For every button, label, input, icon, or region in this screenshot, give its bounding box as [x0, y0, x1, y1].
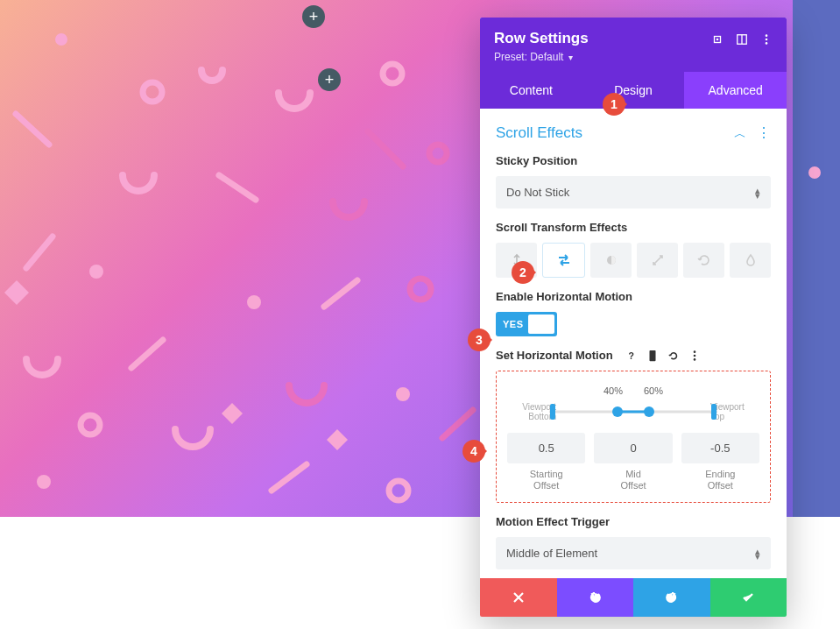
slider-end-cap[interactable]	[711, 404, 716, 420]
svg-line-16	[272, 464, 307, 491]
slider-start-cap[interactable]	[550, 404, 555, 420]
annotation-2: 2	[512, 261, 543, 284]
caret-down-icon: ▾	[568, 53, 573, 62]
percent-left: 40%	[604, 385, 623, 396]
redo-button[interactable]	[633, 578, 710, 617]
canvas-right-edge	[793, 0, 840, 517]
annotation-4: 4	[462, 440, 494, 463]
ending-offset-label: EndingOffset	[681, 469, 759, 491]
svg-point-4	[55, 33, 67, 46]
svg-text:?: ?	[628, 350, 633, 360]
ending-offset-input[interactable]	[681, 433, 759, 463]
starting-offset-input[interactable]	[507, 433, 585, 463]
percent-right: 60%	[644, 385, 663, 396]
fx-blur-button[interactable]	[730, 243, 771, 278]
svg-line-12	[219, 175, 256, 200]
mid-offset-input[interactable]	[594, 433, 672, 463]
horizontal-toggle[interactable]: YES	[496, 312, 557, 336]
slider-handle-left[interactable]	[612, 406, 623, 417]
select-arrows-icon: ▴▾	[755, 548, 760, 559]
svg-point-5	[143, 82, 162, 102]
fx-fade-button[interactable]	[590, 243, 632, 278]
select-arrows-icon: ▴▾	[755, 187, 760, 198]
panel-footer	[480, 578, 787, 617]
fx-rotate-button[interactable]	[683, 243, 724, 278]
horizontal-label: Enable Horizontal Motion	[496, 290, 771, 303]
decorative-dot	[808, 166, 821, 179]
svg-line-13	[26, 237, 53, 268]
annotation-3: 3	[468, 329, 499, 351]
svg-line-17	[368, 131, 403, 166]
toggle-knob	[528, 314, 554, 334]
reset-icon[interactable]	[667, 350, 680, 362]
annotation-1: 1	[603, 93, 634, 116]
tab-advanced[interactable]: Advanced	[684, 72, 787, 109]
plus-icon: +	[309, 8, 319, 26]
svg-point-25	[766, 42, 768, 45]
motion-box: 40% 60% ViewportBottom ViewportTop	[496, 371, 771, 503]
svg-point-2	[247, 295, 261, 309]
starting-offset-label: StartingOffset	[507, 469, 585, 491]
svg-point-30	[693, 354, 695, 357]
section-title: Scroll Effects	[496, 124, 582, 142]
add-section-button[interactable]: +	[302, 5, 325, 28]
panel-header: Row Settings Preset: Default ▾	[480, 18, 787, 72]
transform-label: Scroll Transform Effects	[496, 221, 771, 234]
device-icon[interactable]	[646, 350, 659, 362]
help-icon[interactable]: ?	[625, 350, 638, 362]
field-more-icon[interactable]	[688, 350, 701, 362]
more-icon[interactable]	[760, 32, 773, 45]
svg-point-20	[716, 39, 719, 41]
svg-point-1	[37, 475, 51, 489]
slider-handle-right[interactable]	[644, 406, 654, 417]
fx-horizontal-button[interactable]	[542, 243, 585, 278]
sticky-select[interactable]: Do Not Stick ▴▾	[496, 176, 771, 208]
motion-label: Set Horizontal Motion	[496, 349, 613, 362]
fx-scale-button[interactable]	[637, 243, 678, 278]
panel-body: Scroll Effects ︿ ⋮ Sticky Position Do No…	[480, 109, 787, 578]
svg-point-0	[89, 265, 103, 279]
svg-point-8	[383, 64, 402, 83]
plus-icon: +	[325, 71, 335, 89]
svg-line-11	[16, 114, 49, 145]
motion-slider[interactable]	[553, 399, 714, 424]
add-row-button[interactable]: +	[318, 68, 341, 91]
tab-content[interactable]: Content	[480, 72, 582, 109]
svg-rect-28	[649, 350, 655, 360]
trigger-select[interactable]: Middle of Element ▴▾	[496, 537, 771, 569]
svg-point-31	[693, 358, 695, 361]
svg-point-24	[766, 39, 768, 41]
svg-point-23	[766, 34, 768, 37]
svg-line-15	[324, 280, 357, 307]
preset-selector[interactable]: Preset: Default ▾	[494, 51, 773, 63]
svg-point-10	[410, 279, 431, 300]
expand-icon[interactable]	[711, 32, 724, 45]
svg-point-9	[429, 145, 447, 162]
undo-button[interactable]	[557, 578, 634, 617]
sticky-label: Sticky Position	[496, 154, 771, 167]
svg-point-29	[693, 350, 695, 353]
cancel-button[interactable]	[480, 578, 557, 617]
svg-point-7	[389, 481, 408, 500]
collapse-icon[interactable]: ︿	[734, 126, 746, 140]
svg-line-18	[442, 410, 473, 438]
save-button[interactable]	[710, 578, 787, 617]
mid-offset-label: MidOffset	[594, 469, 672, 491]
trigger-label: Motion Effect Trigger	[496, 515, 771, 528]
panel-title-text: Row Settings	[494, 30, 589, 47]
svg-point-6	[81, 415, 100, 435]
svg-line-14	[131, 340, 163, 368]
svg-point-3	[396, 387, 410, 401]
section-more-icon[interactable]: ⋮	[757, 125, 771, 140]
wireframe-icon[interactable]	[736, 32, 748, 45]
